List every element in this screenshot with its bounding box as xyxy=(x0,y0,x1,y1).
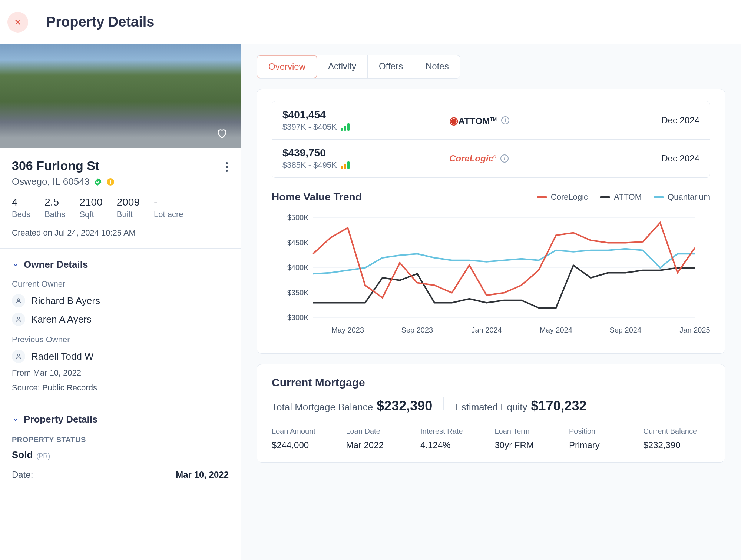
signal-bars-icon xyxy=(341,123,350,131)
stat-lot: -Lot acre xyxy=(154,196,183,219)
valuation-value: $401,454 xyxy=(282,109,449,121)
valuation-row: $401,454 $397K - $405K ◉ATTOMTM i Dec 20… xyxy=(272,101,710,139)
attom-logo: ◉ATTOMTM xyxy=(449,114,497,127)
svg-text:May 2023: May 2023 xyxy=(331,326,364,334)
person-icon xyxy=(12,313,25,326)
valuation-range: $397K - $405K xyxy=(282,122,337,132)
mortgage-title: Current Mortgage xyxy=(272,376,710,389)
mortgage-equity: $170,232 xyxy=(531,398,586,413)
person-icon xyxy=(12,350,25,363)
mortgage-col-balance: Current Balance$232,390 xyxy=(644,427,711,450)
info-icon[interactable]: i xyxy=(500,154,509,163)
owner-row: Karen A Ayers xyxy=(12,313,229,326)
previous-owner-label: Previous Owner xyxy=(12,335,229,344)
close-button[interactable] xyxy=(7,12,28,33)
current-owner-label: Current Owner xyxy=(12,279,229,289)
svg-text:$450K: $450K xyxy=(287,239,309,247)
owner-row: Radell Todd W xyxy=(12,350,229,363)
svg-rect-2 xyxy=(110,183,111,184)
owner-name: Radell Todd W xyxy=(31,351,94,362)
svg-text:$400K: $400K xyxy=(287,263,309,271)
corelogic-logo: CoreLogic® xyxy=(449,153,496,164)
status-date-row: Date: Mar 10, 2022 xyxy=(12,470,229,480)
tab-activity[interactable]: Activity xyxy=(317,55,368,78)
more-menu-button[interactable] xyxy=(224,159,230,176)
tab-overview[interactable]: Overview xyxy=(257,55,317,79)
person-icon xyxy=(12,294,25,307)
svg-text:Jan 2025: Jan 2025 xyxy=(679,326,710,334)
mortgage-col-term: Loan Term30yr FRM xyxy=(495,427,562,450)
tab-notes[interactable]: Notes xyxy=(414,55,460,78)
owner-source: Source: Public Records xyxy=(12,383,229,393)
property-street: 306 Furlong St xyxy=(12,159,229,173)
stat-sqft: 2100Sqft xyxy=(79,196,102,219)
property-details-toggle[interactable]: Property Details xyxy=(12,414,229,425)
mortgage-balance: $232,390 xyxy=(377,398,432,413)
valuation-row: $439,750 $385K - $495K CoreLogic® i Dec … xyxy=(272,139,710,177)
svg-text:$500K: $500K xyxy=(287,214,309,221)
mortgage-col-rate: Interest Rate4.124% xyxy=(420,427,487,450)
valuation-value: $439,750 xyxy=(282,147,449,159)
owner-from: From Mar 10, 2022 xyxy=(12,368,229,378)
svg-text:Sep 2024: Sep 2024 xyxy=(609,326,641,334)
svg-point-5 xyxy=(17,354,20,356)
svg-point-3 xyxy=(17,299,20,301)
mortgage-details-grid: Loan Amount$244,000 Loan DateMar 2022 In… xyxy=(272,427,710,450)
chart-header: Home Value Trend CoreLogic ATTOM Quantar… xyxy=(272,191,710,203)
valuation-table: $401,454 $397K - $405K ◉ATTOMTM i Dec 20… xyxy=(272,101,710,178)
stat-built: 2009Built xyxy=(117,196,140,219)
mortgage-card: Current Mortgage Total Mortgage Balance$… xyxy=(257,364,725,463)
svg-text:Sep 2023: Sep 2023 xyxy=(401,326,433,334)
alert-badge-icon xyxy=(106,177,115,186)
svg-text:May 2024: May 2024 xyxy=(540,326,572,334)
owner-name: Richard B Ayers xyxy=(31,295,100,307)
owner-details-toggle[interactable]: Owner Details xyxy=(12,259,229,270)
close-icon xyxy=(13,18,22,27)
created-on: Created on Jul 24, 2024 10:25 AM xyxy=(12,228,229,238)
valuation-source: CoreLogic® i xyxy=(449,153,588,164)
chevron-down-icon xyxy=(12,416,19,423)
chart-legend: CoreLogic ATTOM Quantarium xyxy=(537,192,710,202)
property-citystate: Oswego, IL 60543 xyxy=(12,176,90,187)
heart-icon xyxy=(216,127,228,139)
owner-details-section: Owner Details Current Owner Richard B Ay… xyxy=(0,248,241,403)
legend-corelogic: CoreLogic xyxy=(537,192,588,202)
mortgage-col-position: PositionPrimary xyxy=(569,427,636,450)
property-status: Sold xyxy=(12,449,33,461)
page-title: Property Details xyxy=(46,14,154,30)
legend-attom: ATTOM xyxy=(600,192,642,202)
chevron-down-icon xyxy=(12,261,19,269)
mortgage-col-date: Loan DateMar 2022 xyxy=(346,427,413,450)
valuation-date: Dec 2024 xyxy=(588,115,699,126)
mortgage-summary: Total Mortgage Balance$232,390 Estimated… xyxy=(272,397,710,414)
valuation-date: Dec 2024 xyxy=(588,153,699,164)
stat-baths: 2.5Baths xyxy=(44,196,65,219)
property-status-label: PROPERTY STATUS xyxy=(12,436,229,444)
svg-text:Jan 2024: Jan 2024 xyxy=(472,326,502,334)
property-status-tag: (PR) xyxy=(36,452,50,460)
divider xyxy=(37,11,37,33)
signal-bars-icon xyxy=(341,161,350,169)
info-icon[interactable]: i xyxy=(501,116,509,124)
svg-rect-1 xyxy=(110,180,111,183)
mortgage-col-amount: Loan Amount$244,000 xyxy=(272,427,339,450)
sidebar: 306 Furlong St Oswego, IL 60543 4Beds 2.… xyxy=(0,44,241,560)
property-details-section: Property Details PROPERTY STATUS Sold (P… xyxy=(0,403,241,490)
stat-beds: 4Beds xyxy=(12,196,30,219)
verified-badge-icon xyxy=(93,177,102,186)
property-header: 306 Furlong St Oswego, IL 60543 4Beds 2.… xyxy=(0,148,241,248)
svg-text:$350K: $350K xyxy=(287,289,309,297)
valuation-card: $401,454 $397K - $405K ◉ATTOMTM i Dec 20… xyxy=(257,89,725,354)
valuation-source: ◉ATTOMTM i xyxy=(449,114,588,127)
line-chart: $300K$350K$400K$450K$500KMay 2023Sep 202… xyxy=(272,214,710,340)
svg-point-4 xyxy=(17,317,20,319)
tabs: Overview Activity Offers Notes xyxy=(257,55,460,79)
svg-text:$300K: $300K xyxy=(287,313,309,321)
owner-row: Richard B Ayers xyxy=(12,294,229,307)
tab-offers[interactable]: Offers xyxy=(368,55,414,78)
favorite-button[interactable] xyxy=(215,126,229,141)
chart-title: Home Value Trend xyxy=(272,191,362,203)
property-stats: 4Beds 2.5Baths 2100Sqft 2009Built -Lot a… xyxy=(12,196,229,219)
chart: $300K$350K$400K$450K$500KMay 2023Sep 202… xyxy=(272,214,710,341)
legend-quantarium: Quantarium xyxy=(654,192,710,202)
